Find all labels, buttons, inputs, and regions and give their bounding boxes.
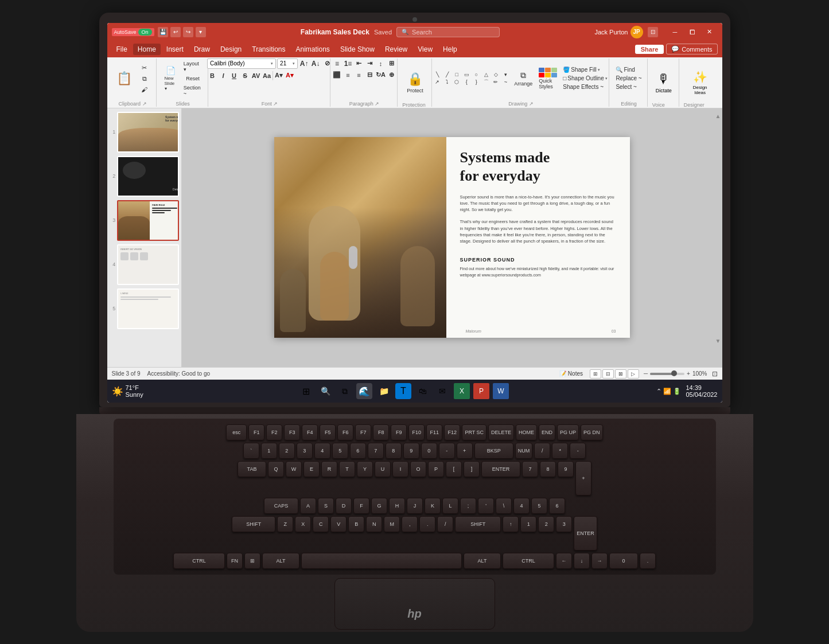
- key-win[interactable]: ⊞: [244, 553, 260, 569]
- freeform-tool[interactable]: ✏: [491, 79, 500, 85]
- key-4[interactable]: 4: [314, 443, 330, 459]
- key-prt[interactable]: PRT SC: [462, 424, 486, 440]
- quick-styles-button[interactable]: Quick Styles: [536, 67, 559, 91]
- key-b[interactable]: B: [348, 516, 364, 532]
- copy-button[interactable]: ⧉: [137, 74, 153, 84]
- teams-icon[interactable]: T: [395, 383, 411, 399]
- key-s[interactable]: S: [318, 498, 334, 514]
- key-plus[interactable]: +: [457, 443, 473, 459]
- comments-button[interactable]: 💬 Comments: [666, 44, 717, 54]
- key-f4[interactable]: F4: [302, 424, 318, 440]
- menu-view[interactable]: View: [413, 44, 437, 55]
- menu-file[interactable]: File: [112, 44, 132, 55]
- menu-home[interactable]: Home: [133, 44, 161, 55]
- minimize-button[interactable]: ─: [667, 26, 683, 38]
- key-pgup[interactable]: PG UP: [557, 424, 579, 440]
- key-num-3[interactable]: 3: [556, 516, 572, 532]
- key-end[interactable]: END: [539, 424, 555, 440]
- key-lbracket[interactable]: [: [446, 461, 462, 477]
- key-w[interactable]: W: [286, 461, 302, 477]
- key-down-arrow[interactable]: ↓: [574, 553, 590, 569]
- slide-thumbnail-3[interactable]: FAVE RULE: [117, 200, 178, 241]
- zoom-thumb[interactable]: [671, 370, 677, 376]
- ellipse-tool[interactable]: ○: [472, 71, 481, 78]
- align-center-button[interactable]: ≡: [343, 70, 353, 80]
- key-0[interactable]: 0: [421, 443, 437, 459]
- key-h[interactable]: H: [389, 498, 405, 514]
- menu-insert[interactable]: Insert: [162, 44, 188, 55]
- font-size-selector[interactable]: 21 ▾: [277, 58, 298, 69]
- key-8[interactable]: 8: [386, 443, 402, 459]
- slide-thumbnail-5[interactable]: LIMINE: [117, 288, 178, 329]
- align-left-button[interactable]: ⬛: [332, 70, 342, 80]
- key-num-enter[interactable]: ENTER: [574, 516, 597, 551]
- touchpad[interactable]: [334, 578, 495, 630]
- key-num-8[interactable]: 8: [540, 461, 556, 477]
- mail-icon[interactable]: ✉: [434, 383, 450, 399]
- undo-icon[interactable]: ↩: [170, 27, 181, 37]
- scroll-up-button[interactable]: ▲: [715, 113, 721, 119]
- new-slide-button[interactable]: 📄 NewSlide ▾: [161, 58, 180, 99]
- key-t[interactable]: T: [339, 461, 355, 477]
- text-highlight-button[interactable]: A▾: [274, 71, 284, 81]
- key-num-6[interactable]: 6: [549, 498, 565, 514]
- increase-indent-button[interactable]: ⇥: [364, 58, 375, 69]
- font-color-button[interactable]: A▾: [285, 71, 295, 81]
- key-f12[interactable]: F12: [444, 424, 460, 440]
- key-period[interactable]: .: [419, 516, 435, 532]
- key-ctrl-right[interactable]: CTRL: [503, 553, 554, 569]
- windows-button[interactable]: ⊞: [298, 383, 314, 399]
- key-f5[interactable]: F5: [320, 424, 336, 440]
- replace-button[interactable]: Replace ~: [614, 75, 643, 82]
- curve-tool[interactable]: ⌒: [481, 79, 491, 85]
- find-button[interactable]: 🔍 Find: [614, 66, 643, 73]
- key-num-times[interactable]: *: [552, 443, 568, 459]
- increase-font-button[interactable]: A↑: [299, 58, 309, 69]
- arrow2-tool[interactable]: ⤵: [442, 79, 452, 85]
- slide-sorter-button[interactable]: ⊟: [602, 369, 614, 378]
- scribble-tool[interactable]: ~: [501, 79, 510, 85]
- brace-tool[interactable]: }: [472, 79, 481, 85]
- key-left-arrow[interactable]: ←: [556, 553, 572, 569]
- word-icon[interactable]: W: [493, 383, 509, 399]
- key-k[interactable]: K: [425, 498, 441, 514]
- menu-design[interactable]: Design: [216, 44, 246, 55]
- strikethrough-button[interactable]: S: [240, 71, 250, 81]
- menu-animations[interactable]: Animations: [291, 44, 334, 55]
- key-x[interactable]: X: [295, 516, 311, 532]
- key-j[interactable]: J: [407, 498, 423, 514]
- zoom-in-button[interactable]: +: [687, 370, 690, 377]
- key-p[interactable]: P: [428, 461, 444, 477]
- reading-view-button[interactable]: ⊠: [615, 369, 626, 378]
- notes-button[interactable]: 📝 Notes: [557, 369, 585, 378]
- key-num-0[interactable]: 0: [609, 553, 638, 569]
- menu-slideshow[interactable]: Slide Show: [336, 44, 379, 55]
- key-backspace[interactable]: BKSP: [474, 443, 513, 459]
- key-num-4[interactable]: 4: [513, 498, 530, 514]
- key-del[interactable]: DELETE: [488, 424, 514, 440]
- key-f10[interactable]: F10: [408, 424, 425, 440]
- align-right-button[interactable]: ≡: [353, 70, 364, 80]
- bold-button[interactable]: B: [207, 71, 217, 81]
- key-9[interactable]: 9: [403, 443, 419, 459]
- key-up-arrow[interactable]: ↑: [503, 516, 519, 532]
- font-size-up-button[interactable]: Aa: [262, 71, 272, 81]
- key-num-dot[interactable]: .: [640, 553, 656, 569]
- zoom-slider[interactable]: ─ + 100%: [644, 370, 707, 377]
- search-taskbar-button[interactable]: 🔍: [317, 383, 333, 399]
- key-f[interactable]: F: [353, 498, 369, 514]
- key-f7[interactable]: F7: [355, 424, 371, 440]
- rect-tool[interactable]: □: [452, 71, 461, 78]
- key-6[interactable]: 6: [350, 443, 366, 459]
- key-1[interactable]: 1: [261, 443, 277, 459]
- key-num-plus[interactable]: +: [575, 461, 591, 495]
- key-v[interactable]: V: [330, 516, 347, 532]
- columns-button[interactable]: ⊞: [386, 58, 396, 69]
- share-icon[interactable]: ⊡: [648, 27, 658, 37]
- diamond-tool[interactable]: ◇: [491, 71, 500, 78]
- key-backslash[interactable]: \: [496, 498, 512, 514]
- slide-thumbnail-1[interactable]: System madefor everyday: [117, 112, 178, 153]
- text-direction-button[interactable]: ↻A: [375, 70, 386, 80]
- excel-icon[interactable]: X: [454, 383, 470, 399]
- key-shift-left[interactable]: SHIFT: [232, 516, 275, 532]
